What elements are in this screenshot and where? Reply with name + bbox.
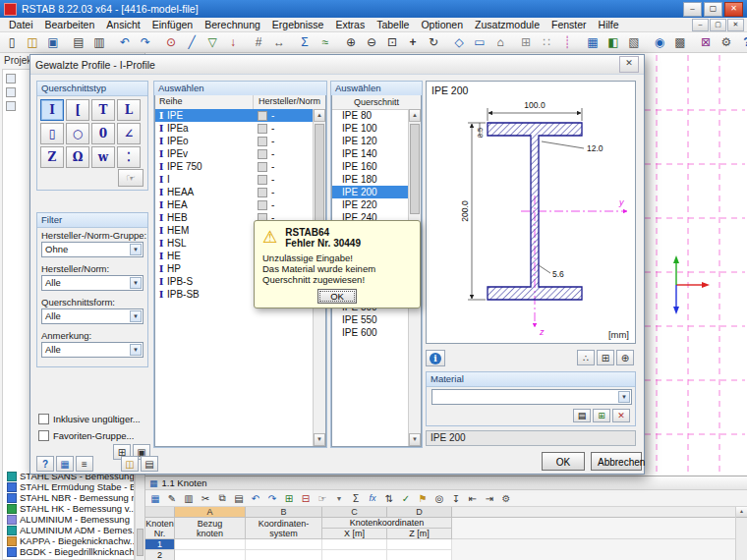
type-pipe-button[interactable]: ○ [66, 123, 89, 144]
copy-icon[interactable]: ⧉ [214, 491, 230, 505]
material-dropdown[interactable]: ▼ [431, 389, 632, 405]
tree-item[interactable]: ALUMINIUM ADM - Bemes... [3, 525, 134, 535]
edit-cell-icon[interactable]: ✎ [164, 491, 180, 505]
type-hollow-box-button[interactable]: ▯ [40, 123, 64, 144]
menu-item[interactable]: Ergebnisse [266, 18, 330, 31]
import-section-icon[interactable]: ◫ [121, 456, 139, 472]
help-icon[interactable]: ? [36, 456, 54, 472]
table-scrollbar[interactable]: ▲ [735, 507, 747, 560]
maximize-button[interactable]: ▢ [704, 2, 722, 17]
menu-item[interactable]: Ansicht [100, 18, 145, 31]
visibility-icon[interactable]: ◉ [650, 33, 669, 52]
delete-row-icon[interactable]: ⊟ [298, 491, 314, 505]
close-button[interactable]: ✕ [724, 2, 743, 17]
stress-points-icon[interactable]: ∴ [577, 350, 595, 365]
view-isometric-icon[interactable]: ◇ [449, 33, 469, 52]
series-row[interactable]: I IPEv - [155, 147, 313, 160]
help-icon[interactable]: ? [737, 33, 747, 52]
new-node-icon[interactable]: ⊙ [161, 33, 181, 52]
series-row[interactable]: I IPEo - [155, 135, 313, 147]
insert-row-icon[interactable]: ⊞ [281, 491, 297, 505]
mdi-restore-button[interactable]: ▢ [710, 19, 726, 31]
save-icon[interactable]: ▣ [43, 33, 63, 52]
undo-icon[interactable]: ↶ [115, 33, 135, 52]
cell-koordinatensystem[interactable] [246, 539, 322, 550]
new-file-icon[interactable]: ▯ [2, 33, 22, 52]
cell-x[interactable] [322, 539, 387, 550]
move-view-icon[interactable]: + [403, 33, 423, 52]
calculate-icon[interactable]: Σ [295, 33, 315, 52]
scroll-up-icon[interactable]: ▲ [314, 109, 325, 122]
cancel-button[interactable]: Abbrechen [591, 452, 642, 471]
type-round-bar-button[interactable]: 0 [91, 123, 115, 144]
series-row[interactable]: I IPE 750 - [155, 160, 313, 173]
size-row[interactable]: IPE 80 [332, 109, 408, 122]
undo-icon[interactable]: ↶ [248, 491, 263, 505]
sort-icon[interactable]: ≡ [76, 456, 93, 472]
table-grid-icon[interactable]: ▦ [147, 491, 163, 505]
scroll-down-icon[interactable]: ▼ [409, 433, 421, 446]
column-letter-header[interactable]: D [387, 507, 452, 518]
panels-icon[interactable]: ▧ [624, 33, 644, 52]
type-hat-button[interactable]: Ω [66, 146, 89, 168]
menu-item[interactable]: Zusatzmodule [469, 18, 546, 31]
type-corrugated-button[interactable]: w [91, 146, 115, 168]
checkbox-icon[interactable] [38, 430, 49, 441]
size-row[interactable]: IPE 180 [332, 173, 408, 186]
tables-icon[interactable]: ▦ [583, 33, 603, 52]
size-row[interactable]: IPE 140 [332, 147, 408, 160]
close-icon[interactable]: ✕ [619, 56, 639, 73]
menu-item[interactable]: Bearbeiten [39, 18, 101, 31]
table-titlebar[interactable]: ▦ 1.1 Knoten [145, 476, 747, 490]
tree-item[interactable]: STAHL HK - Bemessung v... [3, 503, 134, 514]
cut-icon[interactable]: ✂ [198, 491, 213, 505]
jump-start-icon[interactable]: ⇤ [465, 491, 481, 505]
dialog-titlebar[interactable]: Gewalzte Profile - I-Profile ✕ [30, 55, 644, 75]
rotate-view-icon[interactable]: ↻ [424, 33, 443, 52]
new-support-icon[interactable]: ▽ [202, 33, 222, 52]
size-row[interactable]: IPE 550 [332, 313, 408, 326]
series-row[interactable]: I IPE - [155, 109, 313, 122]
scroll-thumb[interactable] [137, 529, 144, 556]
open-file-icon[interactable]: ◫ [23, 33, 42, 52]
ok-button[interactable]: OK [542, 452, 585, 471]
material-library-icon[interactable]: ▤ [573, 409, 591, 422]
cell-x[interactable] [322, 550, 387, 560]
filter-dropdown[interactable]: Alle ▼ [41, 275, 144, 291]
dimension-icon[interactable]: ↔ [269, 33, 289, 52]
filter-dropdown[interactable]: Alle ▼ [41, 342, 144, 358]
snap-icon[interactable]: ∷ [537, 33, 556, 52]
sort-icon[interactable]: ⇅ [381, 491, 397, 505]
zoom-out-icon[interactable]: ⊖ [362, 33, 381, 52]
sum-icon[interactable]: Σ [348, 491, 364, 505]
new-material-icon[interactable]: ⊞ [593, 409, 610, 422]
menu-item[interactable]: Berechnung [199, 18, 266, 31]
size-row[interactable]: IPE 120 [332, 135, 408, 147]
view-xz-icon[interactable]: ▭ [470, 33, 489, 52]
size-row[interactable]: IPE 200 [332, 186, 408, 198]
include-invalid-checkbox[interactable]: Inklusive ungültiger... [38, 414, 141, 424]
cell-bezug-knoten[interactable] [175, 550, 246, 560]
pick-icon[interactable]: ☞ [315, 491, 330, 505]
navigator-icon[interactable]: ◧ [603, 33, 623, 52]
size-row[interactable]: IPE 160 [332, 160, 408, 173]
sheet-corner-cell[interactable] [145, 507, 175, 518]
series-row[interactable]: I IPEa - [155, 122, 313, 135]
menu-item[interactable]: Tabelle [371, 18, 415, 31]
render-icon[interactable]: ▩ [670, 33, 690, 52]
info-button[interactable]: i [426, 350, 445, 366]
scroll-up-icon[interactable]: ▲ [736, 507, 747, 518]
manual-pick-button[interactable]: ☞ [118, 169, 144, 187]
new-load-icon[interactable]: ↓ [223, 33, 243, 52]
type-angle-button[interactable]: L [117, 99, 141, 121]
window-titlebar[interactable]: RSTAB 8.22.03 x64 - [4416-model-file] – … [0, 0, 747, 18]
export-icon[interactable]: ↧ [448, 491, 464, 505]
zoom-window-icon[interactable]: ⊡ [382, 33, 402, 52]
print-icon[interactable]: ▤ [69, 33, 88, 52]
scroll-down-icon[interactable]: ▼ [314, 433, 325, 446]
scroll-up-icon[interactable]: ▲ [409, 109, 421, 122]
type-z-section-button[interactable]: Z [40, 146, 64, 168]
paste-icon[interactable]: ▤ [231, 491, 247, 505]
type-i-section-button[interactable]: I [40, 99, 64, 121]
tree-item[interactable]: KAPPA - Biegeknicknachw... [3, 535, 134, 546]
